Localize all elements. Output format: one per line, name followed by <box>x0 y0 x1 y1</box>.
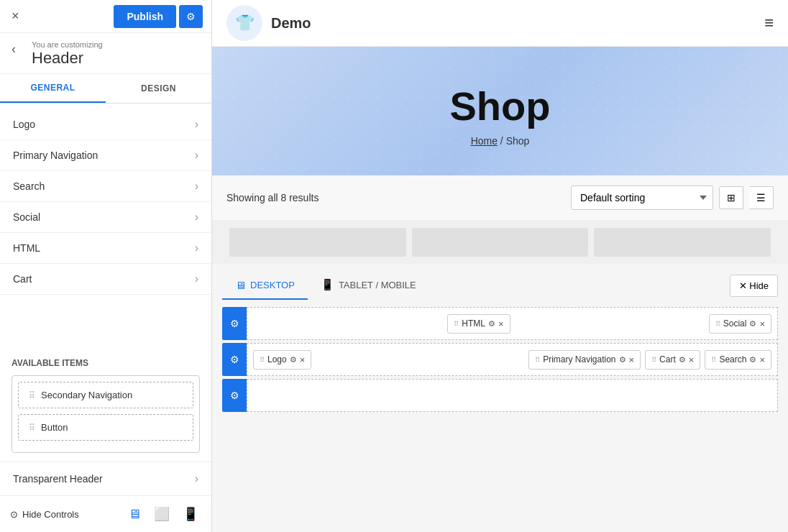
chip-search-label: Search <box>719 354 746 364</box>
close-button[interactable]: × <box>9 6 22 27</box>
available-items-box: ⠿ Secondary Navigation ⠿ Button <box>12 375 200 453</box>
top-bar: × Publish ⚙ <box>0 0 211 33</box>
row-2-gear[interactable]: ⚙ <box>222 343 247 376</box>
tab-desktop[interactable]: 🖥 DESKTOP <box>222 272 308 300</box>
chip-primary-nav: ⠿ Primary Navigation ⚙ × <box>528 350 641 370</box>
view-list-button[interactable]: ☰ <box>749 186 774 209</box>
hide-button[interactable]: ✕ Hide <box>730 275 778 297</box>
chip-social: ⠿ Social ⚙ × <box>709 314 771 334</box>
chevron-icon: › <box>195 149 198 162</box>
demo-site-header: 👕 Demo ≡ <box>212 0 788 47</box>
right-panel: 👕 Demo ≡ Shop Home / Shop Showing all 8 … <box>212 0 788 532</box>
row-1-content: ⠿ HTML ⚙ × ⠿ Social ⚙ × <box>247 307 778 340</box>
drag-icon: ⠿ <box>711 356 716 364</box>
section-title: Header <box>32 49 200 68</box>
publish-gear-button[interactable]: ⚙ <box>179 5 203 28</box>
mobile-device-button[interactable]: 📱 <box>180 503 201 525</box>
transparent-header-label: Transparent Header <box>13 473 103 485</box>
panel-item-logo[interactable]: Logo › <box>0 109 211 140</box>
row-1-gear[interactable]: ⚙ <box>222 307 247 340</box>
product-thumb-2 <box>412 228 589 257</box>
shop-breadcrumb: Home / Shop <box>226 135 774 147</box>
bottom-controls: ⊙ Hide Controls 🖥 ⬜ 📱 <box>0 495 211 532</box>
chip-html: ⠿ HTML ⚙ × <box>447 314 510 334</box>
chip-cart-gear[interactable]: ⚙ <box>679 355 686 364</box>
chip-social-gear[interactable]: ⚙ <box>749 319 756 329</box>
demo-site-title: Demo <box>271 15 311 32</box>
tablet-device-button[interactable]: ⬜ <box>151 503 173 525</box>
demo-logo-area: 👕 Demo <box>226 5 311 41</box>
builder-row-3: ⚙ <box>222 379 778 412</box>
chip-logo: ⠿ Logo ⚙ × <box>253 350 311 370</box>
chevron-icon: › <box>195 242 198 254</box>
tabs-bar: GENERAL DESIGN <box>0 74 211 104</box>
tab-tablet-mobile[interactable]: 📱 TABLET / MOBILE <box>308 271 429 300</box>
chip-logo-label: Logo <box>267 354 287 364</box>
panel-item-search[interactable]: Search › <box>0 171 211 202</box>
builder-row-1: ⚙ ⠿ HTML ⚙ × ⠿ Social ⚙ × <box>222 307 778 340</box>
tab-design[interactable]: DESIGN <box>106 74 211 103</box>
hide-eye-icon: ⊙ <box>10 509 18 520</box>
chip-cart: ⠿ Cart ⚙ × <box>645 350 700 370</box>
chip-primary-nav-close[interactable]: × <box>629 354 635 365</box>
chip-search-gear[interactable]: ⚙ <box>749 355 756 364</box>
customizing-label: You are customizing <box>32 40 200 49</box>
chip-html-close[interactable]: × <box>498 318 504 329</box>
chip-cart-close[interactable]: × <box>689 354 695 365</box>
chevron-icon: › <box>195 272 198 285</box>
view-grid-button[interactable]: ⊞ <box>719 186 743 209</box>
chip-social-close[interactable]: × <box>759 318 765 329</box>
chevron-icon: › <box>195 472 198 485</box>
drag-icon: ⠿ <box>651 356 656 364</box>
builder-tabs: 🖥 DESKTOP 📱 TABLET / MOBILE ✕ Hide <box>212 271 788 300</box>
chip-html-label: HTML <box>462 318 485 329</box>
drag-icon: ⠿ <box>29 390 35 400</box>
panel-item-cart[interactable]: Cart › <box>0 264 211 295</box>
publish-button[interactable]: Publish <box>114 5 176 28</box>
chip-logo-gear[interactable]: ⚙ <box>290 355 297 364</box>
chip-logo-close[interactable]: × <box>300 354 306 365</box>
row-3-gear[interactable]: ⚙ <box>222 379 247 412</box>
desktop-device-button[interactable]: 🖥 <box>125 504 144 525</box>
gear-icon: ⚙ <box>230 390 239 401</box>
drag-icon: ⠿ <box>454 320 459 328</box>
shop-hero-title: Shop <box>226 83 774 129</box>
drag-icon: ⠿ <box>715 320 720 328</box>
desktop-icon: 🖥 <box>235 279 246 291</box>
panel-item-social[interactable]: Social › <box>0 202 211 233</box>
hide-controls-button[interactable]: ⊙ Hide Controls <box>10 509 79 520</box>
row-2-content: ⠿ Logo ⚙ × ⠿ Primary Navigation ⚙ × ⠿ Ca… <box>247 343 778 376</box>
chevron-icon: › <box>195 118 198 131</box>
panel-item-html[interactable]: HTML › <box>0 233 211 264</box>
breadcrumb-home-link[interactable]: Home <box>471 135 498 147</box>
products-preview <box>212 221 788 264</box>
drag-icon: ⠿ <box>260 356 265 364</box>
tab-general[interactable]: GENERAL <box>0 74 106 103</box>
tablet-icon: 📱 <box>321 278 334 291</box>
chip-social-label: Social <box>723 318 747 329</box>
chip-search-close[interactable]: × <box>759 354 765 365</box>
transparent-header-row[interactable]: Transparent Header › <box>0 462 211 495</box>
back-button[interactable]: ‹ <box>12 42 16 57</box>
row-3-content <box>247 379 778 412</box>
products-bar: Showing all 8 results Default sorting So… <box>212 175 788 221</box>
available-items-title: Available Items <box>12 358 200 368</box>
chip-cart-label: Cart <box>659 354 676 364</box>
tab-tablet-label: TABLET / MOBILE <box>339 280 416 290</box>
chip-primary-nav-gear[interactable]: ⚙ <box>619 355 626 364</box>
available-items-section: Available Items ⠿ Secondary Navigation ⠿… <box>0 349 211 462</box>
panel-items-list: Logo › Primary Navigation › Search › Soc… <box>0 104 211 349</box>
chip-html-gear[interactable]: ⚙ <box>488 319 495 329</box>
available-item-secondary-nav[interactable]: ⠿ Secondary Navigation <box>18 382 193 408</box>
tab-desktop-label: DESKTOP <box>250 280 295 290</box>
product-thumb-3 <box>594 228 771 257</box>
hamburger-icon[interactable]: ≡ <box>764 14 774 32</box>
left-panel: × Publish ⚙ ‹ You are customizing Header… <box>0 0 212 532</box>
panel-item-primary-nav[interactable]: Primary Navigation › <box>0 140 211 171</box>
builder-section: 🖥 DESKTOP 📱 TABLET / MOBILE ✕ Hide ⚙ ⠿ H… <box>212 264 788 532</box>
available-item-button[interactable]: ⠿ Button <box>18 414 193 441</box>
product-thumb-1 <box>229 228 406 257</box>
demo-logo-icon: 👕 <box>226 5 262 41</box>
sort-select[interactable]: Default sorting Sort by popularity Sort … <box>571 185 713 210</box>
chevron-icon: › <box>195 180 198 193</box>
